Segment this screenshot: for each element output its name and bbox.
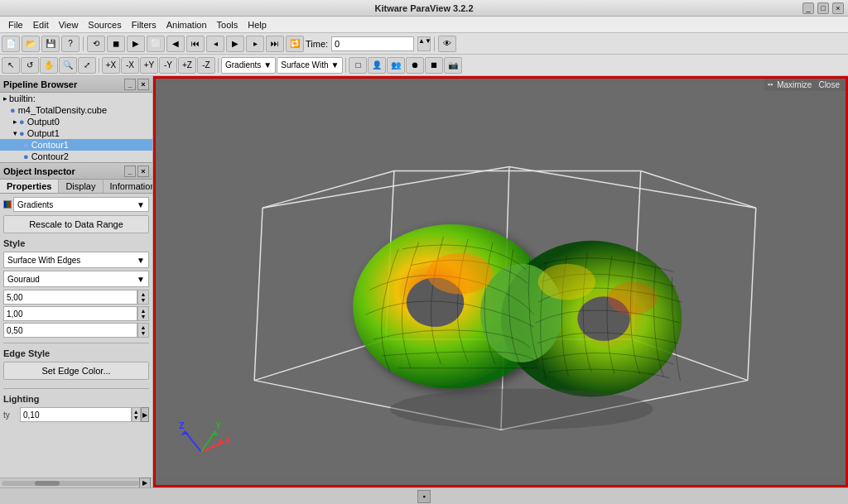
menu-animation[interactable]: Animation xyxy=(161,17,212,32)
zoom-btn[interactable]: 🔍 xyxy=(59,57,77,74)
open-btn[interactable]: 📂 xyxy=(22,36,40,52)
tab-display[interactable]: Display xyxy=(59,180,103,193)
last-btn[interactable]: ⏭ xyxy=(266,36,284,52)
btn3[interactable]: ▶ xyxy=(127,36,145,52)
lighting-input[interactable] xyxy=(20,407,132,422)
gradient-arrow: ▼ xyxy=(137,200,145,209)
sep1 xyxy=(83,36,84,51)
maximize-btn[interactable]: □ xyxy=(817,2,829,14)
tab-properties[interactable]: Properties xyxy=(0,180,59,193)
minimize-btn[interactable]: _ xyxy=(802,2,814,14)
gradient-select[interactable]: Gradients ▼ xyxy=(13,197,149,212)
plus-x-btn[interactable]: +X xyxy=(102,57,120,74)
record-btn[interactable]: ⏺ xyxy=(406,57,424,74)
menu-view[interactable]: View xyxy=(54,17,84,32)
pan-btn[interactable]: ✋ xyxy=(40,57,58,74)
sep4 xyxy=(218,58,219,73)
tree-density[interactable]: ● m4_TotalDensity.cube xyxy=(0,104,152,116)
prop1-input[interactable] xyxy=(3,290,137,305)
menu-sources[interactable]: Sources xyxy=(83,17,126,32)
style-dropdown[interactable]: Surface With Edges ▼ xyxy=(3,252,149,268)
plus-y-btn[interactable]: +Y xyxy=(140,57,158,74)
sep3 xyxy=(99,58,99,73)
gradient-dropdown[interactable]: Gradients ▼ xyxy=(221,57,276,74)
time-input[interactable] xyxy=(331,36,414,51)
inspector-close-btn[interactable]: × xyxy=(137,166,149,177)
output0-label: Output0 xyxy=(27,117,60,127)
maximize-btn[interactable]: Maximize xyxy=(774,80,814,89)
tree-contour2[interactable]: ● Contour2 xyxy=(0,151,152,162)
scroll-track[interactable] xyxy=(2,481,139,486)
prev-btn[interactable]: ◂ xyxy=(206,36,224,52)
tree-output0[interactable]: ▸ ● Output0 xyxy=(0,116,152,127)
builtin-icon: ▸ xyxy=(3,94,7,103)
tree-output1[interactable]: ▾ ● Output1 xyxy=(0,127,152,139)
prop3-input[interactable] xyxy=(3,323,137,338)
lighting-stepper[interactable]: ▲ ▼ xyxy=(132,407,141,422)
gradient-color-icon xyxy=(3,200,12,209)
next-btn[interactable]: ▸ xyxy=(246,36,264,52)
reset-btn[interactable]: ⟲ xyxy=(87,36,105,52)
close-viewport-btn[interactable]: Close xyxy=(816,80,842,89)
sep2 xyxy=(434,36,435,51)
lighting-expand[interactable]: ▶ xyxy=(141,407,150,422)
set-edge-color-btn[interactable]: Set Edge Color... xyxy=(3,362,149,380)
panel-collapse-btn[interactable]: _ xyxy=(124,79,136,90)
minus-z-btn[interactable]: -Z xyxy=(197,57,215,74)
contour1-label: Contour1 xyxy=(31,140,69,150)
svg-point-22 xyxy=(538,264,595,300)
inspector-header-btns: _ × xyxy=(124,166,149,177)
rotate-btn[interactable]: ↺ xyxy=(21,57,39,74)
object-inspector: Object Inspector _ × Properties Display … xyxy=(0,163,152,487)
menu-edit[interactable]: Edit xyxy=(28,17,54,32)
prop1-stepper[interactable]: ▲ ▼ xyxy=(137,290,149,305)
camera-btn[interactable]: 📷 xyxy=(444,57,462,74)
style-dropdown-label: Surface With Edges xyxy=(7,256,80,265)
reset-view-btn[interactable]: ⤢ xyxy=(78,57,96,74)
minus-y-btn[interactable]: -Y xyxy=(159,57,177,74)
tab-information[interactable]: Information xyxy=(104,180,153,193)
plus-z-btn[interactable]: +Z xyxy=(178,57,196,74)
prop1-down: ▼ xyxy=(141,297,147,303)
help-btn[interactable]: ? xyxy=(61,36,80,52)
outline-btn[interactable]: □ xyxy=(349,57,367,74)
tree-contour1[interactable]: ● Contour1 xyxy=(0,139,152,151)
prop2-input[interactable] xyxy=(3,306,137,321)
viewport-header: ▪▪ Maximize Close xyxy=(764,79,846,91)
menu-file[interactable]: File xyxy=(3,17,28,32)
close-btn[interactable]: × xyxy=(832,2,844,14)
time-stepper[interactable]: ▲▼ xyxy=(417,36,431,51)
person-btn[interactable]: 👤 xyxy=(368,57,386,74)
panel-close-btn[interactable]: × xyxy=(137,79,149,90)
tree-builtin[interactable]: ▸ builtin: xyxy=(0,93,152,104)
menu-tools[interactable]: Tools xyxy=(212,17,243,32)
surface-dropdown[interactable]: Surface With ▼ xyxy=(277,57,343,74)
prop3-stepper[interactable]: ▲ ▼ xyxy=(137,323,149,338)
inspector-header: Object Inspector _ × xyxy=(0,163,152,180)
loop-btn[interactable]: 🔁 xyxy=(286,36,304,52)
inspector-collapse-btn[interactable]: _ xyxy=(124,166,136,177)
divider2 xyxy=(3,388,149,389)
svg-point-23 xyxy=(608,282,658,315)
select-btn[interactable]: ↖ xyxy=(2,57,20,74)
btn5[interactable]: ◀ xyxy=(166,36,185,52)
menu-filters[interactable]: Filters xyxy=(127,17,161,32)
btn2[interactable]: ◼ xyxy=(107,36,125,52)
scroll-thumb[interactable] xyxy=(35,481,60,486)
left-panel: Pipeline Browser _ × ▸ builtin: ● m4_Tot… xyxy=(0,76,153,487)
btn6[interactable]: ⏮ xyxy=(186,36,205,52)
person2-btn[interactable]: 👥 xyxy=(387,57,405,74)
new-btn[interactable]: 📄 xyxy=(2,36,20,52)
scroll-right-btn[interactable]: ▶ xyxy=(139,478,151,488)
minus-x-btn[interactable]: -X xyxy=(121,57,139,74)
save-btn[interactable]: 💾 xyxy=(41,36,60,52)
viewport[interactable]: ▪▪ Maximize Close xyxy=(153,76,848,487)
shading-dropdown[interactable]: Gouraud ▼ xyxy=(3,271,149,287)
menu-help[interactable]: Help xyxy=(243,17,272,32)
btn4[interactable]: ⬜ xyxy=(147,36,165,52)
play-btn[interactable]: ▶ xyxy=(226,36,244,52)
eye-btn[interactable]: 👁 xyxy=(438,36,456,52)
rescale-btn[interactable]: Rescale to Data Range xyxy=(3,215,149,233)
prop2-stepper[interactable]: ▲ ▼ xyxy=(137,306,149,321)
stop-btn[interactable]: ⏹ xyxy=(425,57,443,74)
